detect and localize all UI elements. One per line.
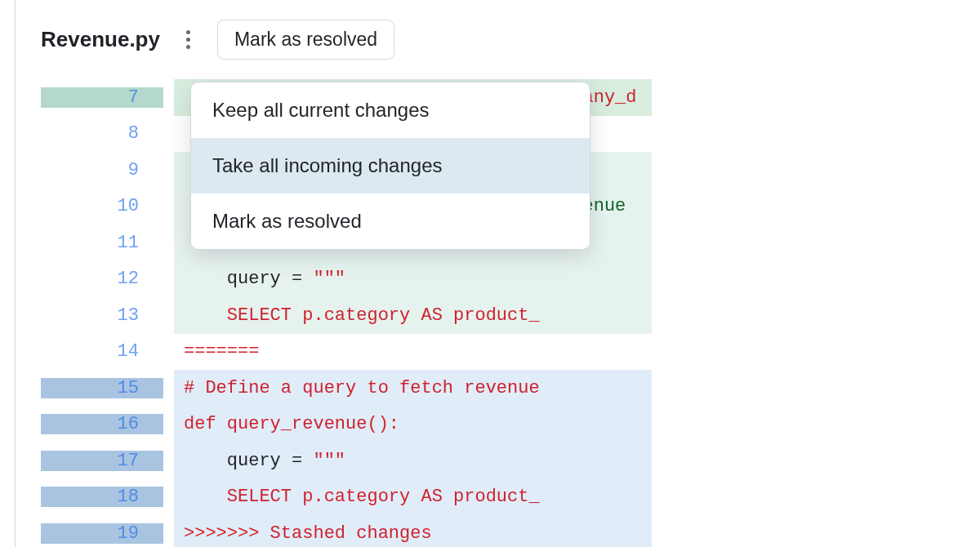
line-number-gutter: 17 xyxy=(41,451,163,471)
code-token: SELECT p.category AS product_ xyxy=(184,305,540,326)
code-content: # Define a query to fetch revenue xyxy=(174,378,540,398)
code-token: """ xyxy=(313,451,345,471)
filename-label: Revenue.py xyxy=(41,27,160,52)
line-number: 10 xyxy=(118,196,139,216)
line-number-gutter: 15 xyxy=(41,378,163,398)
code-content: >>>>>>> Stashed changes xyxy=(174,523,432,544)
code-line[interactable]: 13 SELECT p.category AS product_ xyxy=(41,297,980,334)
code-token: SELECT p.category AS product_ xyxy=(184,487,540,507)
line-number: 19 xyxy=(118,523,139,544)
code-line[interactable]: 18 SELECT p.category AS product_ xyxy=(41,479,980,516)
conflict-actions-dropdown: Keep all current changesTake all incomin… xyxy=(190,82,590,250)
code-content: def query_revenue(): xyxy=(174,414,399,434)
line-number-gutter: 7 xyxy=(41,87,163,108)
dropdown-item[interactable]: Mark as resolved xyxy=(191,193,590,249)
code-content: SELECT p.category AS product_ xyxy=(174,305,540,326)
line-number-gutter: 10 xyxy=(41,196,163,216)
code-line[interactable]: 14======= xyxy=(41,334,980,371)
line-number-gutter: 13 xyxy=(41,305,163,326)
code-token: """ xyxy=(313,269,345,289)
code-content-bg: # Define a query to fetch revenue xyxy=(174,370,652,407)
code-line[interactable]: 19>>>>>>> Stashed changes xyxy=(41,515,980,547)
code-content: SELECT p.category AS product_ xyxy=(174,487,540,507)
line-number: 7 xyxy=(128,87,139,108)
dropdown-item[interactable]: Take all incoming changes xyxy=(191,138,590,193)
kebab-icon xyxy=(186,45,190,49)
code-content-bg: query = """ xyxy=(174,442,652,479)
code-content-bg: query = """ xyxy=(174,261,652,298)
line-number: 16 xyxy=(118,414,139,434)
line-number: 18 xyxy=(118,487,139,507)
file-header: Revenue.py Mark as resolved xyxy=(0,0,980,79)
line-number: 12 xyxy=(118,269,139,289)
code-line[interactable]: 15# Define a query to fetch revenue xyxy=(41,370,980,407)
dropdown-item[interactable]: Keep all current changes xyxy=(191,82,590,138)
panel-left-border xyxy=(15,0,16,547)
mark-resolved-button[interactable]: Mark as resolved xyxy=(217,20,394,60)
line-number: 14 xyxy=(118,341,139,362)
line-number: 8 xyxy=(128,123,139,144)
code-token: def query_revenue(): xyxy=(184,414,399,434)
line-number: 11 xyxy=(118,233,139,253)
line-number: 17 xyxy=(118,451,139,471)
code-content-bg: def query_revenue(): xyxy=(174,407,652,443)
line-number: 15 xyxy=(118,378,139,398)
code-line[interactable]: 12 query = """ xyxy=(41,261,980,298)
line-number-gutter: 11 xyxy=(41,233,163,253)
code-token: ======= xyxy=(184,341,259,362)
code-content-bg: >>>>>>> Stashed changes xyxy=(174,515,652,547)
line-number: 13 xyxy=(118,305,139,326)
code-content: query = """ xyxy=(174,451,345,471)
line-number-gutter: 16 xyxy=(41,414,163,434)
code-content-bg: SELECT p.category AS product_ xyxy=(174,479,652,516)
code-token: query = xyxy=(184,269,313,289)
line-number-gutter: 12 xyxy=(41,269,163,289)
kebab-icon xyxy=(186,30,190,34)
line-number-gutter: 9 xyxy=(41,160,163,180)
code-content: query = """ xyxy=(174,269,345,289)
code-content-bg: SELECT p.category AS product_ xyxy=(174,297,652,334)
code-token: >>>>>>> Stashed changes xyxy=(184,523,432,544)
code-content-bg: ======= xyxy=(174,334,652,371)
line-number-gutter: 8 xyxy=(41,123,163,144)
kebab-icon xyxy=(186,38,190,42)
line-number: 9 xyxy=(128,160,139,180)
line-number-gutter: 18 xyxy=(41,487,163,507)
more-options-button[interactable] xyxy=(176,28,201,52)
code-token: query = xyxy=(184,451,313,471)
line-number-gutter: 14 xyxy=(41,341,163,362)
code-content: ======= xyxy=(174,341,259,362)
line-number-gutter: 19 xyxy=(41,523,163,544)
code-token: # Define a query to fetch revenue xyxy=(184,378,540,398)
code-line[interactable]: 16def query_revenue(): xyxy=(41,407,980,443)
code-line[interactable]: 17 query = """ xyxy=(41,442,980,479)
